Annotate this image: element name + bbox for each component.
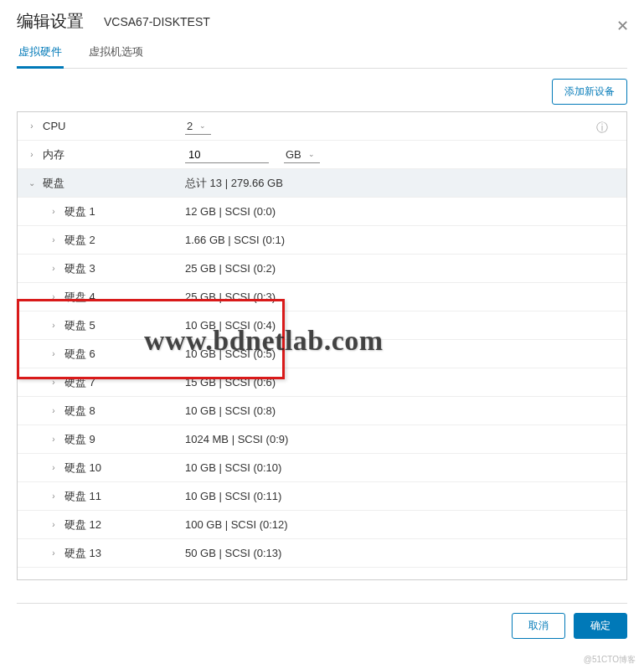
disks-label: 硬盘 [43,176,185,191]
dialog-footer: 取消 确定 [512,613,627,639]
chevron-right-icon: › [48,435,59,444]
chevron-right-icon: › [48,491,59,501]
row-disk[interactable]: ›硬盘 1010 GB | SCSI (0:10) [18,454,626,482]
tabs: 虚拟硬件 虚拟机选项 [17,38,627,69]
chevron-down-icon: ⌄ [308,150,315,158]
row-disk[interactable]: ›硬盘 1110 GB | SCSI (0:11) [18,482,626,511]
disk-value: 25 GB | SCSI (0:3) [185,291,618,303]
chevron-right-icon: › [48,406,59,415]
disk-label: 硬盘 8 [64,404,185,419]
disk-value: 25 GB | SCSI (0:2) [185,262,618,275]
row-disk[interactable]: ›硬盘 91024 MB | SCSI (0:9) [18,425,626,454]
cpu-count-value: 2 [187,120,193,132]
hardware-panel: ⓘ › CPU 2 ⌄ › 内存 GB ⌄ [17,111,627,580]
disk-value: 1.66 GB | SCSI (0:1) [185,234,618,246]
ok-button[interactable]: 确定 [574,613,627,639]
row-disk[interactable]: ›硬盘 810 GB | SCSI (0:8) [18,397,626,425]
cpu-label: CPU [43,120,185,132]
footer-divider [17,603,627,604]
info-icon[interactable]: ⓘ [596,121,608,136]
disk-value: 100 GB | SCSI (0:12) [185,518,618,531]
cpu-count-dropdown[interactable]: 2 ⌄ [185,118,211,135]
chevron-right-icon: › [48,520,59,529]
row-disk[interactable]: ›硬盘 325 GB | SCSI (0:2) [18,255,626,283]
add-new-device-button[interactable]: 添加新设备 [552,79,627,105]
dialog-header: 编辑设置 VCSA67-DISKTEST [17,10,627,33]
chevron-right-icon: › [48,548,59,558]
disk-label: 硬盘 10 [64,461,185,476]
chevron-right-icon: › [48,463,59,472]
close-icon[interactable]: ✕ [616,17,629,35]
chevron-right-icon: › [26,150,38,159]
chevron-down-icon: ⌄ [199,121,206,130]
disk-label: 硬盘 3 [64,261,185,276]
dialog-title: 编辑设置 [17,10,84,33]
disk-label: 硬盘 4 [64,290,185,305]
cancel-button[interactable]: 取消 [512,613,565,639]
disk-value: 10 GB | SCSI (0:10) [185,461,618,474]
memory-label: 内存 [43,147,185,162]
row-disk[interactable]: ›硬盘 715 GB | SCSI (0:6) [18,368,626,397]
disk-label: 硬盘 13 [64,546,185,561]
chevron-right-icon: › [48,207,59,216]
disk-value: 10 GB | SCSI (0:11) [185,490,618,502]
chevron-right-icon: › [48,349,59,358]
disk-label: 硬盘 1 [64,204,185,219]
chevron-right-icon: › [48,292,59,301]
row-disk[interactable]: ›硬盘 610 GB | SCSI (0:5) [18,340,626,368]
row-memory[interactable]: › 内存 GB ⌄ [18,141,626,169]
disk-label: 硬盘 12 [64,517,185,533]
disk-value: 12 GB | SCSI (0:0) [185,205,618,218]
chevron-right-icon: › [48,378,59,387]
disk-label: 硬盘 11 [64,489,185,504]
chevron-right-icon: › [48,264,59,273]
row-disk[interactable]: ›硬盘 21.66 GB | SCSI (0:1) [18,226,626,255]
disk-label: 硬盘 6 [64,347,185,362]
row-disks-summary[interactable]: ⌄ 硬盘 总计 13 | 279.66 GB [18,169,626,198]
chevron-right-icon: › [26,121,38,131]
disk-value: 15 GB | SCSI (0:6) [185,376,618,389]
chevron-right-icon: › [48,321,59,330]
tab-virtual-hardware[interactable]: 虚拟硬件 [17,38,64,68]
row-disk[interactable]: ›硬盘 12100 GB | SCSI (0:12) [18,511,626,539]
row-disk[interactable]: ›硬盘 1350 GB | SCSI (0:13) [18,539,626,568]
row-disk[interactable]: ›硬盘 510 GB | SCSI (0:4) [18,311,626,340]
disks-summary: 总计 13 | 279.66 GB [185,176,618,191]
dialog-subtitle: VCSA67-DISKTEST [104,15,210,28]
disk-label: 硬盘 5 [64,318,185,333]
memory-unit-value: GB [286,148,301,161]
row-disk[interactable]: ›硬盘 425 GB | SCSI (0:3) [18,283,626,311]
tab-vm-options[interactable]: 虚拟机选项 [87,38,145,68]
disk-label: 硬盘 7 [64,375,185,390]
row-cpu[interactable]: › CPU 2 ⌄ [18,112,626,141]
disk-label: 硬盘 9 [64,432,185,447]
disk-value: 10 GB | SCSI (0:4) [185,319,618,332]
memory-unit-dropdown[interactable]: GB ⌄ [284,147,320,163]
disk-value: 50 GB | SCSI (0:13) [185,547,618,559]
chevron-right-icon: › [48,235,59,244]
disk-label: 硬盘 2 [64,233,185,248]
corner-credit: @51CTO博客 [584,654,636,666]
disk-value: 1024 MB | SCSI (0:9) [185,433,618,445]
row-disk[interactable]: ›硬盘 112 GB | SCSI (0:0) [18,198,626,226]
chevron-down-icon: ⌄ [26,178,38,188]
memory-value-input[interactable] [185,147,269,163]
disk-value: 10 GB | SCSI (0:8) [185,404,618,417]
hardware-scroll[interactable]: › CPU 2 ⌄ › 内存 GB ⌄ [18,112,626,579]
disk-value: 10 GB | SCSI (0:5) [185,347,618,360]
